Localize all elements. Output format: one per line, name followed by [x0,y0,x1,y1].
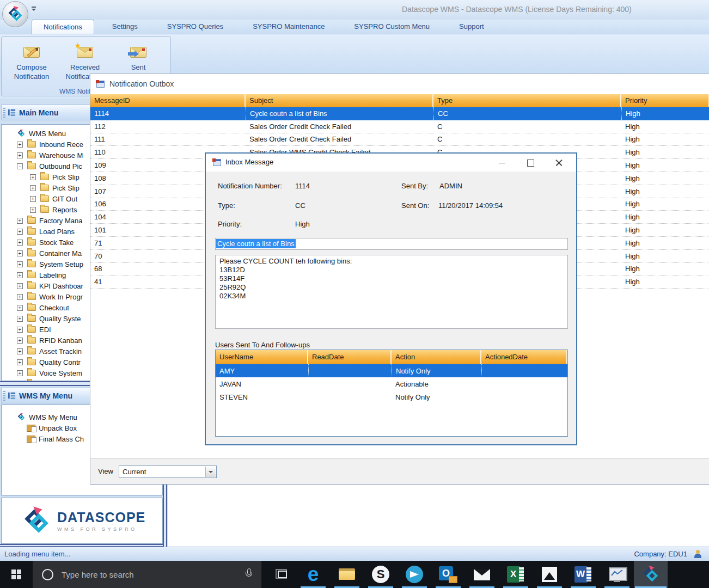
expand-icon[interactable]: + [17,359,23,365]
collapse-icon[interactable]: - [17,163,23,169]
explorer-taskbar-button[interactable] [330,561,364,588]
sent-by-value: ADMIN [439,182,462,190]
table-row[interactable]: STEVENNotify Only [216,390,567,403]
cell: 1114 [90,107,246,120]
app-menu-button[interactable] [2,1,28,27]
expand-icon[interactable]: + [17,294,23,300]
edge-taskbar-button[interactable]: e [296,561,330,588]
tab-syspro-custom-menu[interactable]: SYSPRO Custom Menu [343,20,441,34]
expand-icon[interactable]: + [17,218,23,224]
folder-icon [27,359,36,365]
cell: Notify Only [392,364,481,377]
tab-syspro-maintenance[interactable]: SYSPRO Maintenance [241,20,336,34]
column-header-action[interactable]: Action [392,350,481,364]
chevron-down-icon[interactable] [205,467,216,477]
expand-icon[interactable]: + [17,240,23,246]
skype-taskbar-button[interactable]: S [364,561,398,588]
tree-item-label: Stock Take [39,238,74,247]
expand-icon[interactable]: + [17,229,23,235]
message-body-textarea[interactable]: Please CYCLE COUNT teh following bins:13… [215,255,568,329]
expand-icon[interactable]: + [17,261,23,267]
panel-grip-icon[interactable] [3,391,5,401]
window-title: Datascope WMS - Datascope WMS (License D… [402,5,632,14]
column-header-priority[interactable]: Priority [621,94,709,107]
quick-access-dropdown-icon[interactable] [32,7,37,12]
word-taskbar-button[interactable]: W [566,561,600,588]
expand-icon[interactable]: + [17,250,23,256]
table-row[interactable]: JAVANActionable [216,377,567,390]
start-button[interactable] [0,561,33,588]
expand-icon[interactable]: + [17,348,23,354]
tab-support[interactable]: Support [448,20,496,34]
tab-notifications[interactable]: Notifications [32,20,94,34]
panel-grip-icon[interactable] [3,108,5,118]
telegram-icon [405,565,424,584]
column-header-readdate[interactable]: ReadDate [308,350,392,364]
status-bar: Loading menu item... Company: EDU1 [0,547,709,561]
priority-label: Priority: [218,220,242,228]
column-header-subject[interactable]: Subject [246,94,433,107]
column-header-messageid[interactable]: MessageID [90,94,246,107]
tree-item-label: Reports [52,206,77,214]
cell [308,390,392,403]
expand-icon[interactable]: + [17,152,23,158]
wms-my-menu-caption-label: WMS My Menu [19,391,72,400]
expand-icon[interactable]: + [17,338,23,344]
word-icon: W [573,565,593,584]
excel-taskbar-button[interactable]: X [499,561,533,588]
monitor-icon [607,565,627,584]
tab-settings[interactable]: Settings [101,20,149,34]
folder-icon [27,228,36,235]
telegram-taskbar-button[interactable] [398,561,431,588]
expand-icon[interactable]: + [17,142,23,148]
folder-icon [27,370,36,376]
outlook-taskbar-button[interactable]: O [431,561,465,588]
folder-icon [27,261,36,267]
expand-icon[interactable]: + [30,207,36,213]
outbox-title-bar: Notification Outbox [90,74,709,94]
view-select-value: Current [123,468,146,476]
expand-icon[interactable]: + [17,272,23,278]
table-row[interactable]: 111Sales Order Credit Check FailedCHigh [90,133,709,146]
mail-taskbar-button[interactable] [465,561,499,588]
outbox-bottom-bar: View Current [90,458,709,484]
cell: High [621,237,709,249]
expand-icon[interactable]: + [17,305,23,311]
expand-icon[interactable]: + [17,316,23,322]
mail-icon [472,565,492,584]
table-row[interactable]: 112Sales Order Credit Check FailedCHigh [90,120,709,133]
expand-icon[interactable]: + [17,370,23,376]
box-icon [27,436,35,443]
expand-icon[interactable]: + [17,283,23,289]
column-header-actioneddate[interactable]: ActionedDate [481,350,567,364]
cell: Sales Order Credit Check Failed [246,120,433,133]
tab-syspro-queries[interactable]: SYSPRO Queries [156,20,235,34]
compose-notification-button[interactable]: ComposeNotification [5,39,58,87]
expand-icon[interactable]: + [30,185,36,191]
cell: High [621,275,709,288]
table-row[interactable]: 1114Cycle coutn a list of BinsCCHigh [90,107,709,120]
table-row[interactable]: AMYNotify Only [216,364,567,377]
expand-icon[interactable]: + [17,327,23,333]
taskbar-search[interactable]: Type here to search [33,561,261,588]
photos-taskbar-button[interactable] [533,561,566,588]
dialog-title: Inbox Message [225,158,273,166]
task-view-button[interactable] [268,561,296,588]
expand-icon[interactable]: + [30,196,36,202]
sent-on-value: 11/20/2017 14:09:54 [438,201,503,210]
monitor-taskbar-button[interactable] [600,561,634,588]
maximize-button[interactable] [516,154,545,171]
subject-input[interactable]: Cycle coutn a list of Bins [215,238,568,250]
expand-icon[interactable]: + [30,174,36,180]
tree-panel-icon [8,391,16,400]
minimize-button[interactable] [488,154,516,171]
close-button[interactable] [545,154,573,171]
column-header-type[interactable]: Type [433,94,621,107]
column-header-username[interactable]: UserName [216,350,308,364]
cell: High [621,224,709,236]
view-select[interactable]: Current [119,465,217,478]
cell: High [621,263,709,275]
datascope-taskbar-button[interactable] [634,561,668,588]
microphone-icon[interactable] [245,568,253,580]
taskbar: Type here to search eSOXW [0,561,709,588]
